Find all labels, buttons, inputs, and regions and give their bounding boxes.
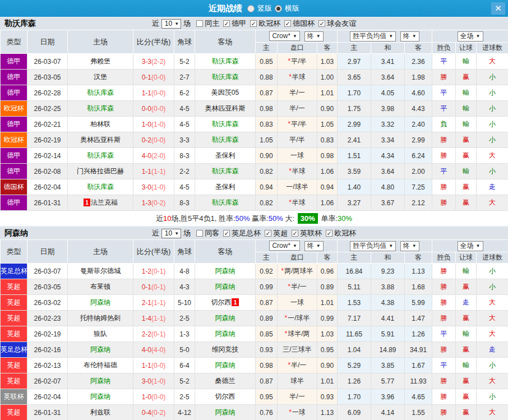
avg-draw-odds: 4.41 bbox=[371, 311, 405, 326]
away-team-name: 勒沃库森 bbox=[212, 57, 239, 65]
odds-home: 0.87 bbox=[256, 373, 278, 389]
checkbox-league-2[interactable]: ✓ 英超 bbox=[261, 228, 288, 238]
col-corner: 角球 bbox=[174, 240, 195, 264]
handicap-line: *半球 bbox=[278, 195, 317, 211]
league-type-badge: 德甲 bbox=[1, 85, 27, 101]
handicap-line: 一球 bbox=[278, 148, 317, 164]
away-team: 美因茨05 bbox=[195, 85, 256, 101]
col-score: 比分(半场) bbox=[133, 240, 174, 264]
away-team: 圣保利 bbox=[195, 179, 256, 195]
score-cell: 0-2(0-0) bbox=[133, 132, 174, 148]
odds-away: 1.00 bbox=[317, 70, 338, 85]
summary-part: 30% bbox=[298, 213, 318, 224]
odds-source-select[interactable]: Crow*▼ bbox=[269, 31, 300, 41]
league-type-badge: 德甲 bbox=[1, 54, 27, 70]
radio-horizontal-label[interactable]: 横版 bbox=[285, 3, 299, 13]
col-odds-home: 主 bbox=[256, 43, 278, 54]
match-date: 26-02-16 bbox=[27, 342, 68, 358]
avg-draw-odds: 3.98 bbox=[371, 101, 405, 117]
home-team-name: 托特纳姆热刺 bbox=[80, 314, 121, 322]
league-type-badge: 英超 bbox=[1, 326, 27, 342]
home-team-name: 柏林联 bbox=[90, 120, 110, 128]
filter-bar: 近 10 ▼ 场 同主 ✓ 德甲 ✓ 欧冠杯 ✓ 德国杯 bbox=[152, 19, 356, 29]
score-cell: 1-0(0-0) bbox=[133, 389, 174, 405]
result-winlose: 勝 bbox=[432, 405, 456, 420]
recent-count-select[interactable]: 10 ▼ bbox=[161, 229, 181, 238]
team-name: 阿森纳 bbox=[4, 228, 28, 238]
fulltime-score: 2-2 bbox=[142, 330, 151, 338]
red-card-badge: 1 bbox=[232, 298, 238, 306]
checkbox-same-venue[interactable]: 同主 bbox=[191, 19, 219, 29]
recent-count-select[interactable]: 10 ▼ bbox=[161, 19, 181, 29]
home-team: 利兹联 bbox=[68, 405, 133, 420]
odds-home: 0.94 bbox=[256, 179, 278, 195]
col-goals: 进球数 bbox=[477, 43, 508, 54]
avg-select[interactable]: 胜平负均值▼ bbox=[350, 31, 396, 41]
result-goals: 小 bbox=[477, 264, 508, 279]
fullmatch-select[interactable]: 全场▼ bbox=[458, 31, 483, 41]
corner-score: 2-2 bbox=[174, 164, 195, 179]
league-type-badge: 欧冠杯 bbox=[1, 101, 27, 117]
avg-away-odds: 2.40 bbox=[405, 117, 432, 132]
page-title: 近期战绩 bbox=[209, 3, 242, 14]
home-team: 1法兰克福 bbox=[68, 195, 133, 211]
away-team: 阿森纳 bbox=[195, 279, 256, 295]
result-spread: 赢 bbox=[456, 279, 477, 295]
checkbox-league-4[interactable]: ✓ 球会友谊 bbox=[315, 19, 356, 29]
halftime-score: (4-0) bbox=[151, 346, 165, 354]
avg-select[interactable]: 胜平负均值▼ bbox=[350, 241, 396, 251]
score-cell: 1-4(1-1) bbox=[133, 311, 174, 326]
checkbox-league-2[interactable]: ✓ 欧冠杯 bbox=[246, 19, 280, 29]
checkbox-same-venue[interactable]: 同客 bbox=[191, 228, 219, 238]
handicap-line: *两/两球半 bbox=[278, 264, 317, 279]
radio-horizontal-icon[interactable] bbox=[275, 5, 282, 12]
checkbox-league-1[interactable]: ✓ 英足总杯 bbox=[219, 228, 261, 238]
result-spread: 輸 bbox=[456, 54, 477, 70]
result-goals: 小 bbox=[477, 132, 508, 148]
halftime-score: (0-2) bbox=[151, 409, 165, 417]
fulltime-score: 4-0 bbox=[142, 346, 151, 354]
corner-score: 4-5 bbox=[174, 117, 195, 132]
away-team: 阿森纳 bbox=[195, 326, 256, 342]
final-select[interactable]: 终▼ bbox=[400, 241, 419, 251]
games-label: 场 bbox=[183, 19, 191, 29]
col-spread: 让球 bbox=[456, 252, 477, 264]
result-spread: 輸 bbox=[456, 85, 477, 101]
avg-draw-odds: 3.96 bbox=[371, 389, 405, 405]
handicap-line: 三/三球半 bbox=[278, 342, 317, 358]
home-team-name: 利兹联 bbox=[90, 408, 110, 416]
league-type-badge: 德甲 bbox=[1, 195, 27, 211]
avg-draw-odds: 3.32 bbox=[371, 117, 405, 132]
home-team: 布伦特福德 bbox=[68, 358, 133, 373]
asterisk-icon: * bbox=[288, 57, 290, 65]
asterisk-icon: * bbox=[288, 361, 290, 369]
score-cell: 3-0(1-0) bbox=[133, 373, 174, 389]
odds-source-select[interactable]: Crow*▼ bbox=[269, 241, 300, 251]
final-select[interactable]: 终▼ bbox=[400, 31, 419, 41]
close-button[interactable]: ✕ bbox=[491, 2, 505, 15]
match-row: 英足总杯 26-03-07 曼斯菲尔德城 1-2(0-1) 4-8 阿森纳 0.… bbox=[1, 264, 508, 279]
away-team-name: 圣保利 bbox=[215, 151, 235, 159]
result-spread: 赢 bbox=[456, 195, 477, 211]
odds-away: 0.90 bbox=[317, 101, 338, 117]
fulltime-score: 0-4 bbox=[142, 409, 151, 417]
final-select[interactable]: 终▼ bbox=[304, 241, 324, 251]
radio-vertical-label[interactable]: 竖版 bbox=[257, 3, 272, 13]
avg-away-odds: 2.00 bbox=[405, 164, 432, 179]
final-select[interactable]: 终▼ bbox=[304, 31, 324, 41]
odds-home: 0.98 bbox=[256, 101, 278, 117]
halftime-score: (0-1) bbox=[151, 283, 165, 291]
checkbox-league-4[interactable]: ✓ 欧冠杯 bbox=[322, 228, 356, 238]
away-team-name: 勒沃库森 bbox=[212, 136, 239, 144]
home-team: 布莱顿 bbox=[68, 279, 133, 295]
fullmatch-select[interactable]: 全场▼ bbox=[458, 241, 483, 251]
checkbox-league-3[interactable]: ✓ 德国杯 bbox=[280, 19, 315, 29]
checkbox-league-1[interactable]: ✓ 德甲 bbox=[219, 19, 246, 29]
match-date: 26-02-19 bbox=[27, 132, 68, 148]
away-team: 奥林匹亚科斯 bbox=[195, 101, 256, 117]
checkbox-league-3[interactable]: ✓ 英联杯 bbox=[288, 228, 322, 238]
odds-away: 0.95 bbox=[317, 342, 338, 358]
home-team: 阿森纳 bbox=[68, 342, 133, 358]
radio-vertical-icon[interactable] bbox=[247, 5, 255, 12]
result-goals: 大 bbox=[477, 195, 508, 211]
